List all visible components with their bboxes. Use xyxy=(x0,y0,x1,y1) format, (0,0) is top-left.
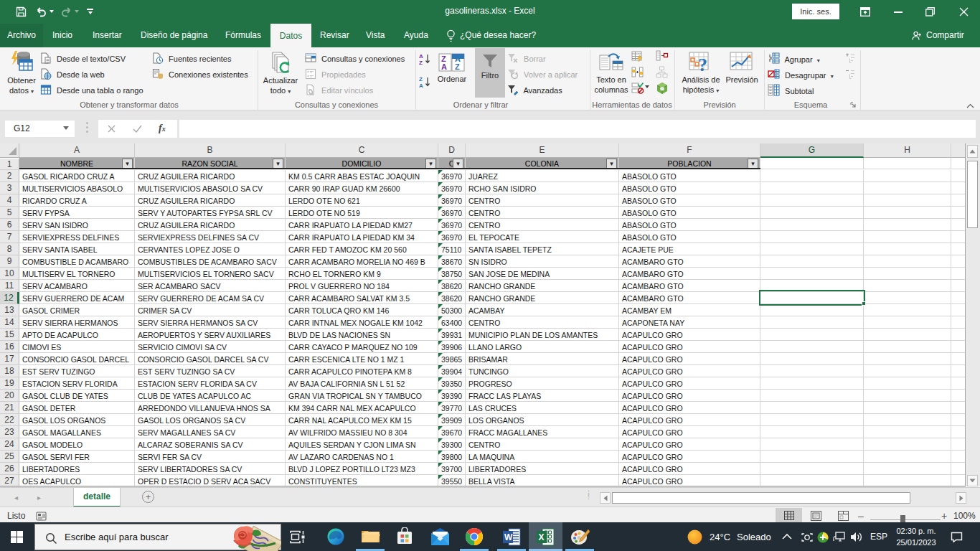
svg-text:?: ? xyxy=(698,55,707,74)
svg-text:A: A xyxy=(441,62,447,71)
svg-text:Z: Z xyxy=(455,62,460,71)
svg-text:W: W xyxy=(504,532,513,542)
svg-text:A: A xyxy=(419,83,423,88)
svg-text:X: X xyxy=(539,532,545,542)
svg-text:Z: Z xyxy=(419,60,423,65)
